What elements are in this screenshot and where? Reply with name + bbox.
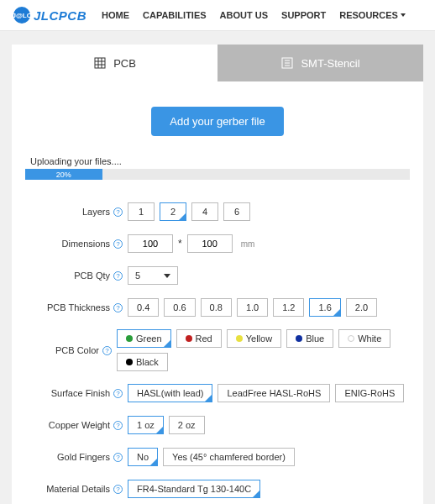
color-opt-white[interactable]: White bbox=[338, 329, 390, 348]
layers-opt-4[interactable]: 4 bbox=[191, 202, 218, 221]
color-opt-red[interactable]: Red bbox=[176, 329, 222, 348]
gold-opt[interactable]: Yes (45° chamfered border) bbox=[163, 448, 295, 466]
color-opt-black[interactable]: Black bbox=[117, 353, 168, 371]
row-color: PCB Color? Green Red Yellow Blue White B… bbox=[25, 329, 410, 371]
help-icon[interactable]: ? bbox=[113, 389, 123, 398]
tabs: PCB SMT-Stencil bbox=[12, 45, 423, 81]
color-dot-icon bbox=[126, 359, 133, 365]
thickness-opt[interactable]: 0.4 bbox=[128, 298, 159, 317]
row-qty: PCB Qty? 5 bbox=[25, 265, 410, 286]
color-dot-icon bbox=[296, 335, 302, 342]
color-label: PCB Color bbox=[55, 345, 99, 355]
svg-rect-0 bbox=[95, 58, 105, 68]
help-icon[interactable]: ? bbox=[113, 453, 123, 462]
row-gold: Gold Fingers? No Yes (45° chamfered bord… bbox=[25, 447, 410, 467]
add-gerber-button[interactable]: Add your gerber file bbox=[151, 107, 283, 136]
page: PCB SMT-Stencil Add your gerber file Upl… bbox=[0, 31, 435, 504]
copper-label: Copper Weight bbox=[49, 420, 110, 430]
color-dot-icon bbox=[236, 335, 243, 342]
help-icon[interactable]: ? bbox=[113, 485, 123, 494]
progress-bar-track: 20% bbox=[25, 169, 410, 180]
help-icon[interactable]: ? bbox=[113, 271, 123, 281]
copper-opt[interactable]: 1 oz bbox=[128, 416, 164, 434]
progress-bar-fill: 20% bbox=[25, 169, 102, 180]
stencil-icon bbox=[280, 56, 294, 70]
help-icon[interactable]: ? bbox=[113, 239, 123, 249]
qty-value: 5 bbox=[135, 270, 140, 281]
layers-opt-6[interactable]: 6 bbox=[223, 202, 250, 221]
color-dot-icon bbox=[126, 335, 133, 342]
color-opt-yellow[interactable]: Yellow bbox=[227, 329, 281, 348]
dimension-width-input[interactable] bbox=[128, 234, 173, 253]
chevron-down-icon bbox=[164, 274, 170, 278]
dimension-unit: mm bbox=[241, 239, 255, 249]
thickness-opt[interactable]: 1.0 bbox=[237, 298, 268, 317]
pcb-icon bbox=[93, 56, 107, 70]
nav-capabilities[interactable]: CAPABILITIES bbox=[143, 10, 207, 20]
thickness-opt[interactable]: 1.6 bbox=[309, 298, 340, 317]
help-icon[interactable]: ? bbox=[113, 207, 123, 217]
finish-label: Surface Finish bbox=[51, 388, 110, 398]
row-material: Material Details? FR4-Standard Tg 130-14… bbox=[25, 479, 410, 499]
row-finish: Surface Finish? HASL(with lead) LeadFree… bbox=[25, 383, 410, 403]
row-layers: Layers? 1 2 4 6 bbox=[25, 202, 410, 222]
qty-label: PCB Qty bbox=[74, 270, 110, 281]
help-icon[interactable]: ? bbox=[102, 346, 112, 355]
layers-opt-2[interactable]: 2 bbox=[160, 202, 186, 221]
nav-support[interactable]: SUPPORT bbox=[281, 10, 326, 20]
row-copper: Copper Weight? 1 oz 2 oz bbox=[25, 415, 410, 435]
row-thickness: PCB Thickness? 0.4 0.6 0.8 1.0 1.2 1.6 2… bbox=[25, 297, 410, 318]
thickness-opt[interactable]: 1.2 bbox=[273, 298, 304, 317]
color-dot-icon bbox=[348, 335, 354, 342]
dimensions-label: Dimensions bbox=[62, 239, 110, 249]
material-opt[interactable]: FR4-Standard Tg 130-140C bbox=[128, 480, 260, 498]
content: Add your gerber file Uploading your file… bbox=[12, 81, 423, 504]
nav: HOME CAPABILITIES ABOUT US SUPPORT RESOU… bbox=[102, 10, 406, 20]
thickness-label: PCB Thickness bbox=[47, 302, 110, 312]
header: J@LC JLCPCB HOME CAPABILITIES ABOUT US S… bbox=[0, 0, 435, 31]
color-dot-icon bbox=[186, 335, 192, 342]
finish-opt[interactable]: LeadFree HASL-RoHS bbox=[218, 384, 330, 402]
logo[interactable]: J@LC JLCPCB bbox=[13, 7, 86, 24]
nav-home[interactable]: HOME bbox=[102, 10, 129, 20]
thickness-opt[interactable]: 0.6 bbox=[164, 298, 195, 317]
gold-opt[interactable]: No bbox=[128, 448, 158, 466]
dimension-mult: * bbox=[178, 238, 182, 249]
nav-about[interactable]: ABOUT US bbox=[220, 10, 268, 20]
color-opt-blue[interactable]: Blue bbox=[286, 329, 333, 348]
material-label: Material Details bbox=[46, 484, 110, 494]
qty-select[interactable]: 5 bbox=[128, 266, 178, 285]
logo-icon: J@LC bbox=[13, 7, 30, 24]
tab-pcb-label: PCB bbox=[113, 57, 136, 70]
thickness-opt[interactable]: 0.8 bbox=[201, 298, 232, 317]
copper-opt[interactable]: 2 oz bbox=[169, 416, 205, 434]
finish-opt[interactable]: HASL(with lead) bbox=[128, 384, 212, 402]
help-icon[interactable]: ? bbox=[113, 303, 123, 312]
finish-opt[interactable]: ENIG-RoHS bbox=[335, 384, 404, 402]
tab-stencil[interactable]: SMT-Stencil bbox=[218, 45, 423, 81]
thickness-opt[interactable]: 2.0 bbox=[346, 298, 377, 317]
layers-label: Layers bbox=[82, 207, 110, 217]
gold-label: Gold Fingers bbox=[57, 452, 110, 462]
tab-pcb[interactable]: PCB bbox=[12, 45, 218, 81]
layers-opt-1[interactable]: 1 bbox=[128, 202, 155, 221]
help-icon[interactable]: ? bbox=[113, 421, 123, 430]
logo-text: JLCPCB bbox=[34, 8, 86, 23]
dimension-height-input[interactable] bbox=[187, 234, 233, 253]
color-opt-green[interactable]: Green bbox=[117, 329, 171, 348]
nav-resources[interactable]: RESOURCES bbox=[339, 10, 406, 20]
nav-resources-label: RESOURCES bbox=[339, 10, 398, 20]
tab-stencil-label: SMT-Stencil bbox=[301, 57, 359, 70]
caret-down-icon bbox=[401, 13, 406, 17]
row-dimensions: Dimensions? * mm bbox=[25, 234, 410, 254]
upload-status: Uploading your files.... bbox=[30, 156, 410, 166]
